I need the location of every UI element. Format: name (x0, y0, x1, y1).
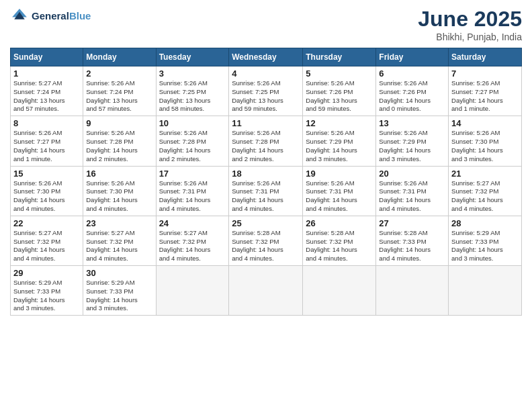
day-number: 13 (379, 118, 445, 128)
day-number: 3 (159, 68, 226, 79)
calendar-cell: 10Sunrise: 5:26 AM Sunset: 7:28 PM Dayli… (156, 116, 229, 166)
calendar-cell: 8Sunrise: 5:26 AM Sunset: 7:27 PM Daylig… (11, 116, 83, 166)
calendar-cell: 3Sunrise: 5:26 AM Sunset: 7:25 PM Daylig… (156, 66, 229, 116)
day-number: 5 (306, 68, 373, 79)
day-info: Sunrise: 5:27 AM Sunset: 7:24 PM Dayligh… (13, 79, 80, 113)
logo-icon (10, 7, 29, 26)
calendar-body: 1Sunrise: 5:27 AM Sunset: 7:24 PM Daylig… (11, 66, 522, 316)
day-number: 17 (159, 169, 226, 179)
calendar-cell: 4Sunrise: 5:26 AM Sunset: 7:25 PM Daylig… (229, 66, 303, 116)
calendar-week-4: 22Sunrise: 5:27 AM Sunset: 7:32 PM Dayli… (11, 216, 522, 265)
day-info: Sunrise: 5:26 AM Sunset: 7:28 PM Dayligh… (232, 129, 300, 163)
day-info: Sunrise: 5:26 AM Sunset: 7:29 PM Dayligh… (306, 129, 373, 163)
day-info: Sunrise: 5:26 AM Sunset: 7:30 PM Dayligh… (451, 129, 519, 163)
day-number: 27 (379, 218, 445, 228)
day-number: 20 (379, 169, 445, 179)
day-number: 9 (86, 118, 152, 128)
calendar-cell: 14Sunrise: 5:26 AM Sunset: 7:30 PM Dayli… (449, 116, 522, 166)
day-number: 6 (379, 68, 445, 79)
calendar-cell (449, 266, 522, 316)
logo-text: GeneralBlue (32, 10, 91, 22)
day-number: 8 (13, 118, 80, 128)
calendar-cell: 16Sunrise: 5:26 AM Sunset: 7:30 PM Dayli… (83, 166, 156, 216)
calendar-cell: 25Sunrise: 5:28 AM Sunset: 7:32 PM Dayli… (229, 216, 303, 265)
day-number: 24 (159, 218, 226, 228)
calendar-cell: 2Sunrise: 5:26 AM Sunset: 7:24 PM Daylig… (83, 66, 156, 116)
page: GeneralBlue June 2025 Bhikhi, Punjab, In… (0, 0, 532, 411)
calendar-week-5: 29Sunrise: 5:29 AM Sunset: 7:33 PM Dayli… (11, 266, 522, 316)
day-info: Sunrise: 5:26 AM Sunset: 7:30 PM Dayligh… (13, 179, 80, 214)
calendar-week-2: 8Sunrise: 5:26 AM Sunset: 7:27 PM Daylig… (11, 116, 522, 166)
day-number: 21 (451, 169, 519, 179)
weekday-header-monday: Monday (83, 48, 156, 66)
day-info: Sunrise: 5:28 AM Sunset: 7:33 PM Dayligh… (379, 229, 445, 263)
day-number: 1 (13, 68, 80, 79)
day-number: 26 (306, 218, 373, 228)
day-info: Sunrise: 5:26 AM Sunset: 7:27 PM Dayligh… (451, 79, 519, 113)
day-info: Sunrise: 5:26 AM Sunset: 7:26 PM Dayligh… (379, 79, 445, 113)
day-number: 12 (306, 118, 373, 128)
day-info: Sunrise: 5:26 AM Sunset: 7:28 PM Dayligh… (159, 129, 226, 163)
location: Bhikhi, Punjab, India (418, 32, 522, 42)
day-info: Sunrise: 5:26 AM Sunset: 7:30 PM Dayligh… (86, 179, 152, 214)
day-number: 29 (13, 268, 80, 278)
calendar-cell: 26Sunrise: 5:28 AM Sunset: 7:32 PM Dayli… (303, 216, 376, 265)
calendar-cell: 30Sunrise: 5:29 AM Sunset: 7:33 PM Dayli… (83, 266, 156, 316)
calendar-cell: 23Sunrise: 5:27 AM Sunset: 7:32 PM Dayli… (83, 216, 156, 265)
weekday-row: SundayMondayTuesdayWednesdayThursdayFrid… (11, 48, 522, 66)
calendar-cell (156, 266, 229, 316)
day-number: 15 (13, 169, 80, 179)
calendar-week-1: 1Sunrise: 5:27 AM Sunset: 7:24 PM Daylig… (11, 66, 522, 116)
calendar-cell: 6Sunrise: 5:26 AM Sunset: 7:26 PM Daylig… (376, 66, 449, 116)
header: GeneralBlue June 2025 Bhikhi, Punjab, In… (10, 7, 522, 42)
calendar-cell: 24Sunrise: 5:27 AM Sunset: 7:32 PM Dayli… (156, 216, 229, 265)
day-number: 2 (86, 68, 152, 79)
calendar-cell: 20Sunrise: 5:26 AM Sunset: 7:31 PM Dayli… (376, 166, 449, 216)
calendar-cell: 5Sunrise: 5:26 AM Sunset: 7:26 PM Daylig… (303, 66, 376, 116)
weekday-header-saturday: Saturday (449, 48, 522, 66)
day-info: Sunrise: 5:27 AM Sunset: 7:32 PM Dayligh… (451, 179, 519, 214)
month-title: June 2025 (418, 7, 522, 32)
calendar-cell: 11Sunrise: 5:26 AM Sunset: 7:28 PM Dayli… (229, 116, 303, 166)
weekday-header-wednesday: Wednesday (229, 48, 303, 66)
day-info: Sunrise: 5:29 AM Sunset: 7:33 PM Dayligh… (13, 279, 80, 313)
day-number: 28 (451, 218, 519, 228)
calendar-cell: 28Sunrise: 5:29 AM Sunset: 7:33 PM Dayli… (449, 216, 522, 265)
calendar-cell (229, 266, 303, 316)
day-number: 18 (232, 169, 300, 179)
day-info: Sunrise: 5:26 AM Sunset: 7:25 PM Dayligh… (159, 79, 226, 113)
day-number: 7 (451, 68, 519, 79)
calendar-cell: 19Sunrise: 5:26 AM Sunset: 7:31 PM Dayli… (303, 166, 376, 216)
calendar-table: SundayMondayTuesdayWednesdayThursdayFrid… (10, 48, 522, 316)
calendar-cell: 29Sunrise: 5:29 AM Sunset: 7:33 PM Dayli… (11, 266, 83, 316)
calendar-cell: 12Sunrise: 5:26 AM Sunset: 7:29 PM Dayli… (303, 116, 376, 166)
calendar-cell: 1Sunrise: 5:27 AM Sunset: 7:24 PM Daylig… (11, 66, 83, 116)
day-number: 22 (13, 218, 80, 228)
calendar-cell: 21Sunrise: 5:27 AM Sunset: 7:32 PM Dayli… (449, 166, 522, 216)
day-info: Sunrise: 5:26 AM Sunset: 7:29 PM Dayligh… (379, 129, 445, 163)
calendar-cell: 13Sunrise: 5:26 AM Sunset: 7:29 PM Dayli… (376, 116, 449, 166)
day-number: 25 (232, 218, 300, 228)
calendar-cell (303, 266, 376, 316)
weekday-header-tuesday: Tuesday (156, 48, 229, 66)
weekday-header-thursday: Thursday (303, 48, 376, 66)
day-info: Sunrise: 5:26 AM Sunset: 7:27 PM Dayligh… (13, 129, 80, 163)
day-info: Sunrise: 5:26 AM Sunset: 7:24 PM Dayligh… (86, 79, 152, 113)
calendar-cell: 18Sunrise: 5:26 AM Sunset: 7:31 PM Dayli… (229, 166, 303, 216)
day-info: Sunrise: 5:29 AM Sunset: 7:33 PM Dayligh… (86, 279, 152, 313)
day-info: Sunrise: 5:26 AM Sunset: 7:25 PM Dayligh… (232, 79, 300, 113)
day-info: Sunrise: 5:27 AM Sunset: 7:32 PM Dayligh… (13, 229, 80, 263)
calendar-cell: 15Sunrise: 5:26 AM Sunset: 7:30 PM Dayli… (11, 166, 83, 216)
logo: GeneralBlue (10, 7, 91, 26)
calendar-cell (376, 266, 449, 316)
day-number: 16 (86, 169, 152, 179)
day-info: Sunrise: 5:26 AM Sunset: 7:28 PM Dayligh… (86, 129, 152, 163)
day-info: Sunrise: 5:28 AM Sunset: 7:32 PM Dayligh… (232, 229, 300, 263)
weekday-header-sunday: Sunday (11, 48, 83, 66)
calendar-cell: 7Sunrise: 5:26 AM Sunset: 7:27 PM Daylig… (449, 66, 522, 116)
day-number: 4 (232, 68, 300, 79)
calendar-cell: 22Sunrise: 5:27 AM Sunset: 7:32 PM Dayli… (11, 216, 83, 265)
calendar-cell: 9Sunrise: 5:26 AM Sunset: 7:28 PM Daylig… (83, 116, 156, 166)
day-number: 10 (159, 118, 226, 128)
calendar-cell: 17Sunrise: 5:26 AM Sunset: 7:31 PM Dayli… (156, 166, 229, 216)
